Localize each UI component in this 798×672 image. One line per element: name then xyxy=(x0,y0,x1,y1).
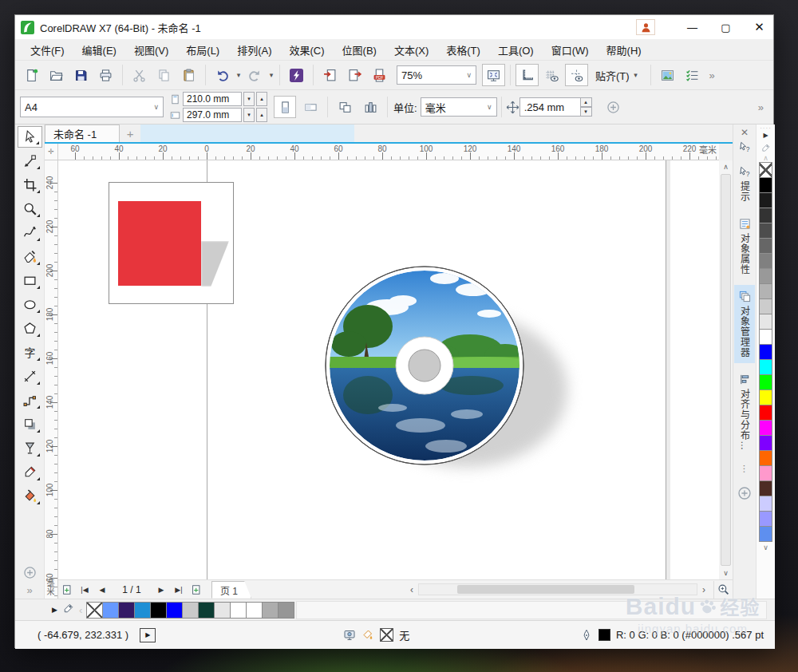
zoom-level-select[interactable]: 75% ∨ xyxy=(397,65,476,85)
connector-tool[interactable] xyxy=(18,389,42,411)
text-tool[interactable]: 字 xyxy=(18,342,42,363)
drop-shadow-tool[interactable] xyxy=(18,413,42,435)
palette-swatch[interactable] xyxy=(759,465,772,481)
nudge-spin-up[interactable]: ▴ xyxy=(580,97,592,107)
palette-swatch[interactable] xyxy=(759,283,772,299)
palette-swatch[interactable] xyxy=(759,177,772,193)
minimize-button[interactable]: — xyxy=(678,16,706,39)
toolbar-overflow-button[interactable]: » xyxy=(705,69,720,81)
palette-drag-handle[interactable]: ···· xyxy=(760,125,772,132)
first-page-button[interactable]: |◀ xyxy=(76,581,93,599)
palette-swatch[interactable] xyxy=(759,389,772,405)
document-palette-swatch[interactable] xyxy=(102,602,119,619)
docker-tab-object-manager[interactable]: 对象管理器 xyxy=(734,285,755,363)
crop-tool[interactable] xyxy=(18,174,42,196)
all-pages-layout-button[interactable] xyxy=(334,96,356,118)
units-select[interactable]: 毫米 ∨ xyxy=(421,97,497,117)
palette-swatch[interactable] xyxy=(759,208,772,223)
white-card-object[interactable] xyxy=(109,182,234,304)
palette-swatch[interactable] xyxy=(759,298,772,314)
menu-item[interactable]: 布局(L) xyxy=(177,39,228,61)
palette-scroll-down[interactable]: ∨ xyxy=(763,544,768,551)
close-button[interactable]: ✕ xyxy=(745,16,773,39)
palette-swatch[interactable] xyxy=(759,223,772,239)
vertical-scroll-thumb[interactable] xyxy=(721,174,731,566)
freehand-tool[interactable] xyxy=(18,222,42,243)
previous-page-button[interactable]: ◀ xyxy=(93,581,111,599)
doc-palette-flyout[interactable]: ▶ xyxy=(52,606,57,614)
palette-swatch[interactable] xyxy=(759,496,772,512)
next-page-button[interactable]: ▶ xyxy=(152,581,170,599)
palette-swatch[interactable] xyxy=(759,359,772,375)
export-button[interactable] xyxy=(343,64,366,86)
import-button[interactable] xyxy=(318,64,342,86)
scroll-down-button[interactable]: ∨ xyxy=(719,567,733,579)
save-button[interactable] xyxy=(69,64,93,86)
palette-swatch[interactable] xyxy=(759,526,772,542)
pick-tool[interactable] xyxy=(18,126,42,148)
paper-size-select[interactable]: A4 ∨ xyxy=(20,97,164,117)
document-palette-swatch[interactable] xyxy=(166,602,183,619)
palette-swatch[interactable] xyxy=(759,450,772,466)
palette-swatch[interactable] xyxy=(759,405,772,421)
document-palette-swatch[interactable] xyxy=(230,602,247,619)
rectangle-tool[interactable] xyxy=(18,270,42,291)
menu-item[interactable]: 帮助(H) xyxy=(598,39,650,61)
cut-button[interactable] xyxy=(128,64,151,86)
vertical-ruler[interactable]: 毫米 2402202001801601401201008060 xyxy=(45,160,58,599)
menu-item[interactable]: 文本(X) xyxy=(385,39,437,61)
undo-button[interactable] xyxy=(211,64,234,86)
snap-dropdown[interactable]: 贴齐(T) ▾ xyxy=(589,64,646,86)
dimension-tool[interactable] xyxy=(18,366,42,387)
doc-palette-eyedropper[interactable] xyxy=(62,603,74,617)
smart-fill-tool[interactable] xyxy=(18,246,42,267)
palette-swatch[interactable] xyxy=(759,511,772,527)
h-scroll-left-button[interactable]: ‹ xyxy=(405,582,418,598)
menu-item[interactable]: 排列(A) xyxy=(228,39,280,61)
cd-disc-object[interactable] xyxy=(325,266,524,465)
whats-this-button[interactable]: ? xyxy=(739,141,751,156)
proof-monitor-icon[interactable] xyxy=(343,629,356,642)
document-palette-swatch[interactable] xyxy=(262,602,279,619)
palette-swatch[interactable] xyxy=(759,238,772,254)
status-play-button[interactable]: ▶ xyxy=(140,628,156,642)
page-height-field[interactable]: 297.0 mm xyxy=(183,108,242,122)
polygon-tool[interactable] xyxy=(18,318,42,339)
palette-swatch[interactable] xyxy=(759,344,772,360)
height-spin-up[interactable]: ▴ xyxy=(256,108,267,122)
document-palette-swatch[interactable] xyxy=(214,602,231,619)
menu-item[interactable]: 表格(T) xyxy=(437,39,489,61)
width-spin-up[interactable]: ▴ xyxy=(256,92,267,106)
document-palette-swatch[interactable] xyxy=(182,602,199,619)
page-width-field[interactable]: 210.0 mm xyxy=(183,92,242,106)
fullscreen-preview-button[interactable] xyxy=(482,64,505,86)
menu-item[interactable]: 窗口(W) xyxy=(543,39,598,61)
copy-button[interactable] xyxy=(152,64,176,86)
color-eyedropper-tool[interactable] xyxy=(18,461,42,483)
publish-pdf-button[interactable]: PDF xyxy=(368,64,391,86)
docker-tab-object-properties[interactable]: 对象属性 xyxy=(734,212,755,280)
interactive-fill-tool[interactable] xyxy=(18,485,42,507)
landscape-button[interactable] xyxy=(299,96,322,118)
menu-item[interactable]: 视图(V) xyxy=(125,39,177,61)
add-page-button[interactable] xyxy=(58,581,76,599)
document-tab[interactable]: 未命名 -1 xyxy=(45,125,120,142)
docker-tab-align-distribute[interactable]: 对齐与分布… xyxy=(734,368,755,457)
menu-item[interactable]: 编辑(E) xyxy=(73,39,125,61)
last-page-button[interactable]: ▶| xyxy=(170,581,188,599)
document-palette-swatch[interactable] xyxy=(86,602,103,619)
horizontal-ruler[interactable]: 毫米 604020020406080100120140160180200220 xyxy=(58,144,719,160)
palette-swatch[interactable] xyxy=(759,329,772,345)
paste-button[interactable] xyxy=(177,64,200,86)
options-button[interactable] xyxy=(681,64,704,86)
palette-swatch[interactable] xyxy=(759,314,772,330)
doc-palette-scroll-left[interactable]: ‹ xyxy=(79,604,82,616)
document-palette-swatch[interactable] xyxy=(198,602,215,619)
horizontal-scrollbar[interactable] xyxy=(418,583,697,595)
palette-swatch[interactable] xyxy=(759,253,772,269)
palette-swatch[interactable] xyxy=(759,268,772,284)
scroll-up-button[interactable]: ∧ xyxy=(719,160,733,173)
eyedropper-icon[interactable] xyxy=(760,143,771,153)
drawing-canvas[interactable] xyxy=(58,160,719,579)
palette-swatch[interactable] xyxy=(759,480,772,496)
